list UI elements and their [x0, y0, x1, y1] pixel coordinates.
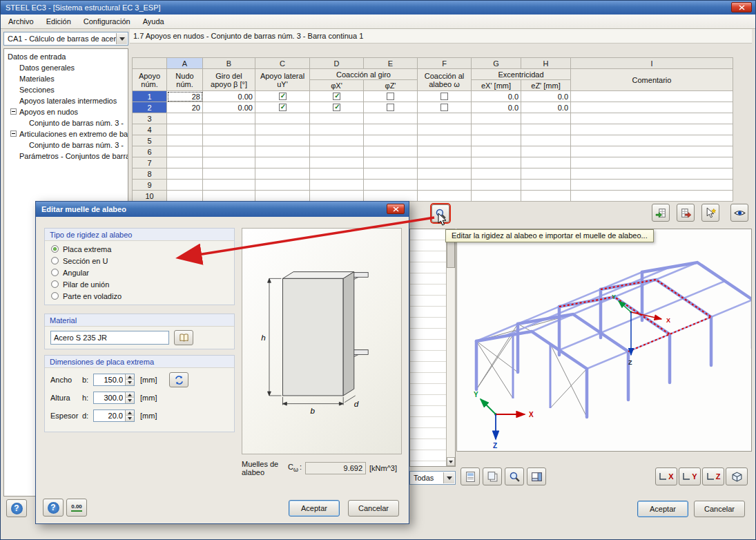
- table-cell[interactable]: [167, 113, 203, 124]
- pick-special-button[interactable]: [701, 204, 719, 222]
- table-cell[interactable]: [364, 124, 418, 135]
- height-stepper[interactable]: [93, 392, 135, 404]
- print-graphic-button[interactable]: [461, 467, 480, 485]
- collapse-icon[interactable]: [10, 108, 17, 115]
- spin-down-icon[interactable]: [125, 380, 134, 385]
- spin-down-icon[interactable]: [125, 416, 134, 421]
- table-cell[interactable]: 0.0: [521, 102, 571, 113]
- row-number[interactable]: 3: [133, 113, 167, 124]
- table-cell[interactable]: [310, 168, 364, 180]
- scroll-down-icon[interactable]: [447, 457, 455, 466]
- table-cell[interactable]: [167, 168, 203, 180]
- table-cell[interactable]: [255, 124, 310, 135]
- row-number[interactable]: 6: [133, 146, 167, 157]
- column-letter[interactable]: E: [364, 58, 418, 69]
- table-cell[interactable]: [364, 102, 418, 113]
- radio-icon[interactable]: [51, 280, 59, 288]
- help-button[interactable]: ?: [6, 499, 27, 517]
- table-cell[interactable]: [310, 191, 364, 202]
- visibility-button[interactable]: [730, 204, 748, 222]
- table-cell[interactable]: [203, 146, 255, 157]
- row-number[interactable]: 5: [133, 135, 167, 146]
- radio-placa-extrema[interactable]: Placa extrema: [45, 243, 234, 255]
- filter-all-dropdown[interactable]: Todas: [409, 471, 456, 485]
- dialog-cancel-button[interactable]: Cancelar: [348, 500, 399, 517]
- table-cell[interactable]: 0.00: [203, 91, 255, 102]
- table-cell[interactable]: [310, 157, 364, 168]
- table-cell[interactable]: [203, 180, 255, 191]
- menu-archivo[interactable]: Archivo: [2, 15, 40, 28]
- tree-item-datos-generales[interactable]: Datos generales: [4, 62, 128, 73]
- column-letter[interactable]: I: [571, 58, 733, 69]
- table-cell[interactable]: [310, 135, 364, 146]
- table-cell[interactable]: [203, 135, 255, 146]
- column-letter[interactable]: D: [310, 58, 364, 69]
- import-table-button[interactable]: [652, 204, 670, 222]
- table-cell[interactable]: [364, 91, 418, 102]
- table-cell[interactable]: [167, 124, 203, 135]
- tree-item-articulaciones[interactable]: Articulaciones en extremo de ba: [4, 128, 128, 139]
- menu-ayuda[interactable]: Ayuda: [137, 15, 171, 28]
- tree-item-apoyos-laterales[interactable]: Apoyos laterales intermedios: [4, 95, 128, 106]
- table-cell[interactable]: [255, 180, 310, 191]
- table-cell[interactable]: [418, 191, 472, 202]
- dialog-ok-button[interactable]: Aceptar: [289, 500, 340, 517]
- table-cell[interactable]: [571, 168, 733, 180]
- tree-root[interactable]: Datos de entrada: [4, 51, 128, 62]
- radio-parte-en-voladizo[interactable]: Parte en voladizo: [45, 290, 234, 302]
- checkbox-phiz[interactable]: [387, 93, 394, 100]
- table-cell[interactable]: [310, 113, 364, 124]
- table-cell[interactable]: [364, 168, 418, 180]
- ok-button[interactable]: Aceptar: [637, 501, 688, 517]
- radio-seccion-en-u[interactable]: Sección en U: [45, 255, 234, 267]
- thickness-stepper[interactable]: [93, 409, 135, 422]
- isometric-view-button[interactable]: [726, 467, 748, 485]
- checkbox-phiz[interactable]: [387, 104, 394, 111]
- table-cell[interactable]: [571, 191, 733, 202]
- column-letter[interactable]: F: [418, 58, 472, 69]
- table-cell[interactable]: [310, 124, 364, 135]
- view-along-y-button[interactable]: Y: [679, 467, 701, 485]
- table-cell[interactable]: [310, 102, 364, 113]
- chevron-down-icon[interactable]: [443, 472, 454, 483]
- spin-up-icon[interactable]: [125, 410, 134, 416]
- material-field[interactable]: Acero S 235 JR: [50, 331, 169, 345]
- table-cell[interactable]: [571, 91, 733, 102]
- dialog-close-button[interactable]: [387, 204, 405, 214]
- table-cell[interactable]: [472, 180, 521, 191]
- table-cell[interactable]: [167, 135, 203, 146]
- table-cell[interactable]: [310, 91, 364, 102]
- row-number[interactable]: 7: [133, 157, 167, 168]
- table-cell[interactable]: [255, 135, 310, 146]
- zoom-view-button[interactable]: [505, 467, 524, 485]
- table-cell[interactable]: [472, 191, 521, 202]
- decimal-places-button[interactable]: 0.00: [66, 499, 87, 517]
- table-cell[interactable]: [364, 157, 418, 168]
- width-stepper[interactable]: [93, 374, 135, 386]
- table-cell[interactable]: [418, 91, 472, 102]
- close-button[interactable]: [731, 2, 752, 12]
- table-cell[interactable]: [418, 102, 472, 113]
- table-cell[interactable]: [203, 124, 255, 135]
- table-cell[interactable]: [521, 124, 571, 135]
- table-cell[interactable]: [571, 146, 733, 157]
- row-number[interactable]: 9: [133, 180, 167, 191]
- list-rows[interactable]: [410, 229, 446, 466]
- tree-item-secciones[interactable]: Secciones: [4, 84, 128, 95]
- table-cell[interactable]: [571, 135, 733, 146]
- table-cell[interactable]: 0.0: [472, 91, 521, 102]
- table-cell[interactable]: [472, 135, 521, 146]
- table-cell[interactable]: 20: [167, 102, 203, 113]
- spin-up-icon[interactable]: [125, 392, 134, 398]
- table-cell[interactable]: [364, 146, 418, 157]
- table-cell[interactable]: [167, 180, 203, 191]
- tree-item-conjunto-barras-3[interactable]: Conjunto de barras núm. 3 -: [4, 117, 128, 128]
- table-cell[interactable]: [310, 146, 364, 157]
- row-number[interactable]: 1: [133, 91, 167, 102]
- table-cell[interactable]: [571, 102, 733, 113]
- table-cell[interactable]: [167, 157, 203, 168]
- table-cell[interactable]: [255, 91, 310, 102]
- table-cell[interactable]: [418, 180, 472, 191]
- tree-item-apoyos-en-nudos[interactable]: Apoyos en nudos: [4, 106, 128, 117]
- table-cell[interactable]: [310, 180, 364, 191]
